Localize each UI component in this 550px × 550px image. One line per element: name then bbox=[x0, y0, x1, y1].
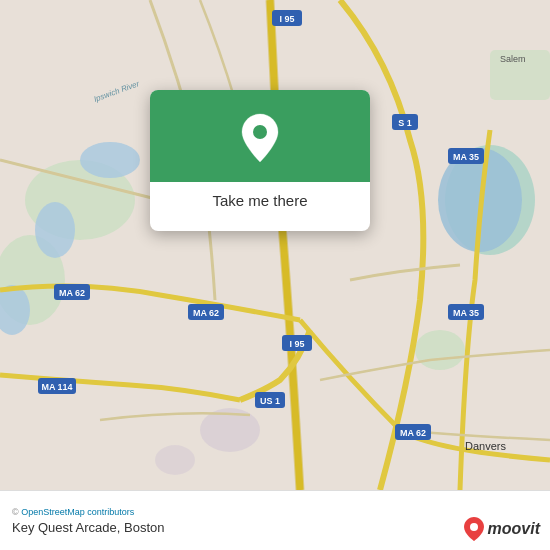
map-container: I 95 I 95 S 1 US 1 MA 35 MA 35 MA 62 MA … bbox=[0, 0, 550, 490]
svg-text:S 1: S 1 bbox=[398, 118, 412, 128]
svg-text:MA 62: MA 62 bbox=[193, 308, 219, 318]
svg-point-8 bbox=[80, 142, 140, 178]
svg-text:MA 62: MA 62 bbox=[400, 428, 426, 438]
moovit-text: moovit bbox=[488, 520, 540, 538]
moovit-logo: moovit bbox=[463, 516, 540, 542]
svg-text:I 95: I 95 bbox=[279, 14, 294, 24]
svg-point-36 bbox=[470, 523, 478, 531]
popup-card: Take me there bbox=[150, 90, 370, 231]
svg-text:MA 62: MA 62 bbox=[59, 288, 85, 298]
svg-point-6 bbox=[155, 445, 195, 475]
svg-text:I 95: I 95 bbox=[289, 339, 304, 349]
popup-header bbox=[150, 90, 370, 182]
map-background: I 95 I 95 S 1 US 1 MA 35 MA 35 MA 62 MA … bbox=[0, 0, 550, 490]
svg-text:Salem: Salem bbox=[500, 54, 526, 64]
openstreetmap-link[interactable]: OpenStreetMap contributors bbox=[21, 507, 134, 517]
bottom-bar: © OpenStreetMap contributors Key Quest A… bbox=[0, 490, 550, 550]
svg-point-9 bbox=[35, 202, 75, 258]
svg-text:MA 114: MA 114 bbox=[41, 382, 72, 392]
svg-point-4 bbox=[415, 330, 465, 370]
svg-text:Danvers: Danvers bbox=[465, 440, 506, 452]
svg-text:US 1: US 1 bbox=[260, 396, 280, 406]
copyright-text: © OpenStreetMap contributors bbox=[12, 507, 538, 517]
svg-text:MA 35: MA 35 bbox=[453, 152, 479, 162]
moovit-pin-icon bbox=[463, 516, 485, 542]
take-me-there-button[interactable]: Take me there bbox=[162, 182, 358, 219]
svg-point-35 bbox=[253, 125, 267, 139]
location-label: Key Quest Arcade, Boston bbox=[12, 520, 538, 535]
svg-text:MA 35: MA 35 bbox=[453, 308, 479, 318]
location-pin-icon bbox=[238, 112, 282, 164]
